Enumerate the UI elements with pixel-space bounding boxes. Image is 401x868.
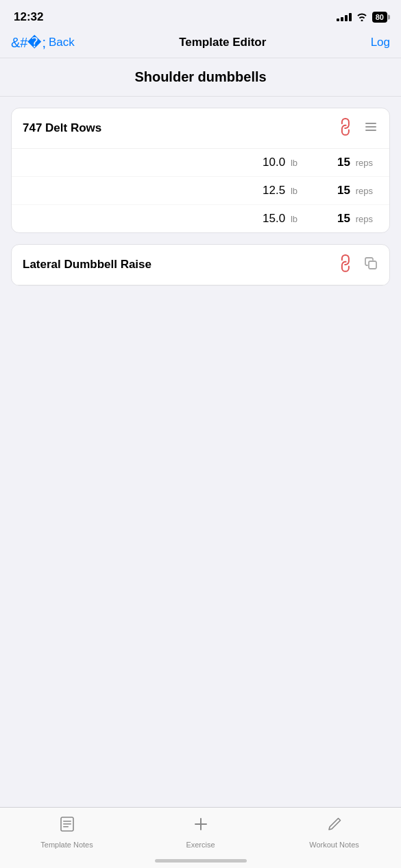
svg-rect-3 bbox=[369, 261, 376, 269]
set-reps-1-3: 15 reps bbox=[325, 212, 373, 226]
tab-exercise-label: Exercise bbox=[186, 841, 215, 849]
set-weight-1-1: 10.0 lb bbox=[250, 156, 297, 169]
set-row-1-2: 12.5 lb 15 reps bbox=[12, 177, 389, 205]
chevron-left-icon: &#�; bbox=[11, 36, 46, 49]
signal-icon bbox=[337, 13, 352, 21]
plus-icon bbox=[191, 815, 210, 838]
svg-rect-1 bbox=[365, 126, 376, 128]
tab-workout-notes-label: Workout Notes bbox=[309, 841, 359, 849]
log-button[interactable]: Log bbox=[371, 36, 390, 49]
svg-rect-2 bbox=[365, 130, 376, 131]
link-icon-2[interactable] bbox=[334, 252, 360, 278]
nav-bar: &#�; Back Template Editor Log bbox=[0, 30, 401, 58]
status-icons: 80 bbox=[337, 12, 387, 23]
set-weight-1-2: 12.5 lb bbox=[250, 184, 297, 197]
set-weight-1-3: 15.0 lb bbox=[250, 212, 297, 226]
link-icon-1[interactable] bbox=[334, 115, 360, 141]
exercise-card-1: 747 Delt Rows bbox=[11, 108, 390, 233]
nav-title: Template Editor bbox=[179, 36, 266, 49]
svg-rect-7 bbox=[63, 826, 69, 828]
exercise-card-2: Lateral Dumbbell Raise bbox=[11, 244, 390, 286]
copy-icon-2[interactable] bbox=[363, 256, 378, 274]
status-bar: 12:32 80 bbox=[0, 0, 401, 30]
set-row-1-1: 10.0 lb 15 reps bbox=[12, 149, 389, 177]
exercise-icons-1 bbox=[339, 118, 378, 138]
exercise-header-1: 747 Delt Rows bbox=[12, 108, 389, 149]
tab-template-notes-label: Template Notes bbox=[40, 841, 93, 849]
svg-rect-0 bbox=[365, 123, 376, 124]
battery-icon: 80 bbox=[372, 12, 387, 23]
svg-rect-6 bbox=[63, 823, 71, 825]
exercise-header-2: Lateral Dumbbell Raise bbox=[12, 245, 389, 285]
status-time: 12:32 bbox=[14, 10, 43, 24]
tab-exercise[interactable]: Exercise bbox=[134, 815, 267, 849]
wifi-icon bbox=[356, 12, 368, 23]
home-indicator bbox=[155, 859, 247, 863]
set-reps-1-2: 15 reps bbox=[325, 184, 373, 197]
exercise-name-1: 747 Delt Rows bbox=[23, 121, 101, 135]
back-label: Back bbox=[49, 36, 75, 49]
set-reps-1-1: 15 reps bbox=[325, 156, 373, 169]
exercise-icons-2 bbox=[339, 254, 378, 275]
template-notes-icon bbox=[58, 815, 77, 838]
back-button[interactable]: &#�; Back bbox=[11, 36, 75, 49]
svg-rect-5 bbox=[63, 821, 71, 822]
exercise-name-2: Lateral Dumbbell Raise bbox=[23, 258, 151, 272]
tab-template-notes[interactable]: Template Notes bbox=[0, 815, 134, 849]
template-title-section: Shoulder dumbbells bbox=[0, 58, 401, 97]
pencil-icon bbox=[325, 815, 344, 838]
tab-workout-notes[interactable]: Workout Notes bbox=[267, 815, 401, 849]
template-title: Shoulder dumbbells bbox=[134, 69, 266, 84]
list-icon-1[interactable] bbox=[363, 119, 378, 138]
set-row-1-3: 15.0 lb 15 reps bbox=[12, 205, 389, 232]
main-content: 747 Delt Rows bbox=[0, 97, 401, 308]
